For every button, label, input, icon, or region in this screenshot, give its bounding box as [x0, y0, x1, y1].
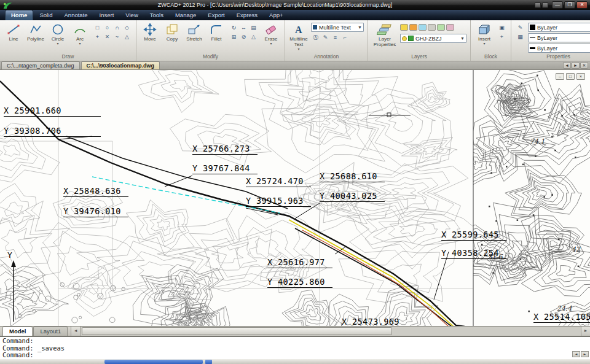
canvas-horizontal-scrollbar[interactable]: ◄ ► — [71, 327, 590, 336]
scale-tool-icon[interactable]: ⊞ — [229, 33, 238, 41]
rectangle-tool-icon[interactable]: □ — [93, 23, 102, 32]
copy-button[interactable]: Copy — [161, 21, 183, 42]
titlebar-mini-icons[interactable] — [535, 2, 548, 8]
command-prompt-line[interactable]: Command: — [2, 352, 588, 359]
block-panel-label[interactable]: Block — [471, 53, 511, 61]
linetype-value: ByLayer — [537, 35, 557, 41]
close-button[interactable]: ✕ — [576, 1, 588, 9]
tab-annotate[interactable]: Annotate — [59, 10, 93, 20]
arc-button[interactable]: Arc ▾ — [69, 21, 91, 45]
properties-palette-icon[interactable]: ▦ — [516, 33, 525, 41]
erase-button[interactable]: Erase ▾ — [260, 21, 282, 45]
create-block-icon[interactable]: ▣ — [497, 23, 506, 32]
cmd-scroll-left-icon[interactable]: ◄ — [572, 351, 580, 357]
tab-tools[interactable]: Tools — [144, 10, 169, 20]
doc-tab-montagem[interactable]: C:\...ntagem_completa.dwg — [1, 61, 80, 69]
multiline-text-button[interactable]: A Multiline Text ▾ — [288, 21, 310, 51]
scroll-left-icon[interactable]: ◄ — [71, 327, 81, 336]
layer-isolate-icon[interactable] — [409, 24, 417, 31]
status-toggle[interactable] — [205, 360, 212, 364]
move-button[interactable]: Move — [139, 21, 161, 42]
point-tool-icon[interactable]: + — [93, 33, 102, 41]
window-title: ZWCAD+ 2012 Pro - [C:\Users\win\Desktop\… — [15, 2, 535, 8]
trim-tool-icon[interactable]: ⊘ — [239, 33, 248, 41]
coord-y-label: Y 39915.963 — [246, 196, 311, 207]
panel-draw: Line Polyline Circle ▾ Arc ▾ □ — [0, 20, 136, 61]
tab-layout1[interactable]: Layout1 — [33, 327, 68, 336]
draw-panel-label[interactable]: Draw — [0, 53, 136, 61]
text-style-combo[interactable]: Multiline Text ▼ — [311, 23, 364, 32]
doc-tab-scroll-left-icon[interactable]: ◄ — [563, 62, 571, 69]
layer-off-icon[interactable] — [446, 24, 454, 31]
doc-tab-scroll-right-icon[interactable]: ► — [572, 62, 580, 69]
line-button[interactable]: Line — [2, 21, 25, 42]
spline-tool-icon[interactable]: ~ — [112, 33, 122, 41]
restore-button[interactable]: ❐ — [564, 1, 575, 9]
edit-block-icon[interactable]: + — [497, 33, 506, 41]
properties-panel-label[interactable]: Properties — [511, 53, 590, 61]
polygon-tool-icon[interactable]: ◇ — [122, 23, 132, 32]
array-tool-icon[interactable]: ▤ — [249, 23, 258, 32]
rotate-tool-icon[interactable]: ↻ — [229, 23, 238, 32]
doc-close-icon[interactable]: × — [576, 73, 585, 80]
doc-restore-icon[interactable]: □ — [566, 73, 575, 80]
layer-on-icon[interactable] — [400, 24, 408, 31]
command-line-panel[interactable]: Command: Command: _saveas Command: ◄ ► — [0, 336, 590, 358]
donut-tool-icon[interactable]: ○ — [103, 23, 112, 32]
help-icon[interactable] — [535, 2, 541, 8]
dim-linear-icon[interactable]: Ⓐ — [311, 33, 320, 42]
layer-properties-button[interactable]: Layer Properties — [371, 21, 399, 47]
color-combo[interactable]: ByLayer ▼ — [528, 23, 590, 32]
block-small-tools: ▣ + — [497, 23, 506, 41]
lineweight-combo[interactable]: ByLayer ▼ — [528, 44, 590, 53]
cmd-scroll-right-icon[interactable]: ► — [581, 351, 589, 357]
doc-minimize-icon[interactable]: – — [556, 73, 564, 80]
layer-lock-icon[interactable] — [428, 24, 436, 31]
annotation-small-tools: Ⓐ ✎ ≡ ⌐ — [311, 33, 364, 42]
scroll-track[interactable] — [81, 327, 581, 336]
tab-manage[interactable]: Manage — [170, 10, 202, 20]
layers-panel-label[interactable]: Layers — [368, 53, 470, 61]
layer-freeze-icon[interactable] — [419, 24, 427, 31]
arc-tool-icon[interactable]: ∩ — [112, 23, 122, 32]
multiline-text-label: Multiline Text — [288, 36, 310, 47]
tab-export[interactable]: Export — [202, 10, 230, 20]
match-properties-icon[interactable]: ✎ — [516, 23, 525, 32]
coord-x-label: X 25766.273 — [192, 144, 258, 155]
table-icon[interactable]: ≡ — [331, 33, 340, 42]
mtext-icon: A — [292, 22, 305, 36]
mirror-tool-icon[interactable]: ↔ — [239, 23, 248, 32]
minimize-button[interactable]: — — [552, 1, 563, 9]
stretch-button[interactable]: Stretch — [183, 21, 205, 42]
document-tab-bar: C:\...ntagem_completa.dwg C:\...\903loca… — [0, 61, 590, 70]
circle-button[interactable]: Circle ▾ — [47, 21, 69, 45]
tab-view[interactable]: View — [120, 10, 143, 20]
layer-combo[interactable]: GHJ-ZBZJ ▼ — [400, 34, 466, 43]
tab-app-plus[interactable]: App+ — [264, 10, 288, 20]
doc-tab-locationmap[interactable]: C:\...\903locationmap.dwg — [81, 61, 160, 69]
linetype-sample-icon — [530, 35, 535, 41]
status-highlight[interactable] — [104, 360, 203, 364]
scroll-right-icon[interactable]: ► — [581, 327, 590, 336]
layer-match-icon[interactable] — [437, 24, 445, 31]
info-icon[interactable] — [542, 2, 548, 8]
tab-express[interactable]: Express — [231, 10, 263, 20]
polyline-button[interactable]: Polyline — [25, 21, 47, 42]
tab-insert[interactable]: Insert — [94, 10, 120, 20]
tab-home[interactable]: Home — [5, 10, 33, 20]
dim-angular-icon[interactable]: ⌐ — [340, 33, 350, 42]
annotation-panel-label[interactable]: Annotation — [285, 53, 368, 61]
insert-button[interactable]: Insert ▾ — [473, 21, 495, 45]
modify-panel-label[interactable]: Modify — [136, 53, 285, 61]
leader-icon[interactable]: ✎ — [321, 33, 330, 42]
drawing-canvas[interactable]: X 25901.660 Y 39308.706 X 25848.636 Y 39… — [0, 70, 590, 327]
hatch-tool-icon[interactable]: △ — [122, 33, 132, 41]
doc-tab-close-icon[interactable]: ✕ — [580, 62, 588, 69]
fillet-button[interactable]: Fillet — [205, 21, 227, 42]
offset-tool-icon[interactable]: △ — [249, 33, 258, 41]
tab-model[interactable]: Model — [2, 327, 33, 336]
scroll-thumb[interactable] — [82, 327, 392, 335]
linetype-combo[interactable]: ByLayer ▼ — [528, 33, 590, 42]
tab-solid[interactable]: Solid — [34, 10, 58, 20]
xline-tool-icon[interactable]: ✕ — [103, 33, 112, 41]
